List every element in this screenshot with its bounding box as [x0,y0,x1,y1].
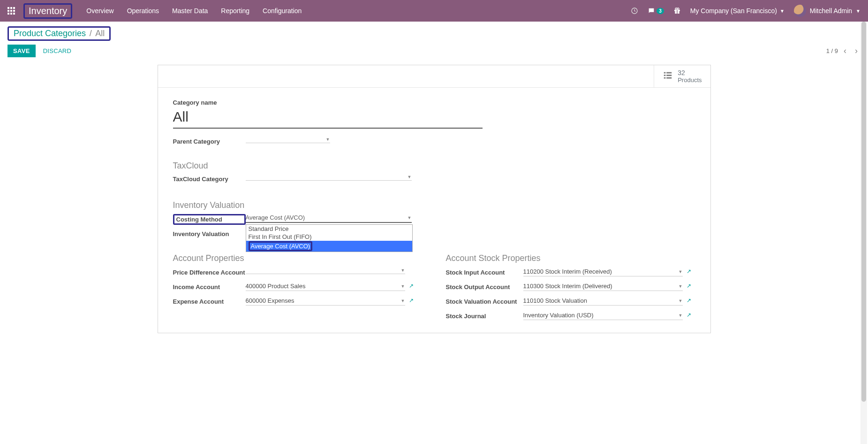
control-bar: Product Categories / All Save Discard 1 … [0,22,868,60]
taxcloud-category-select[interactable]: ▼ [246,175,412,181]
income-account-value: 400000 Product Sales [246,283,306,290]
price-diff-select[interactable]: ▼ [246,268,405,274]
pager-next-button[interactable]: › [852,45,860,57]
svg-rect-19 [664,77,666,79]
nav-operations[interactable]: Operations [127,7,159,15]
svg-rect-17 [664,75,666,76]
stock-journal-select[interactable]: Inventory Valuation (USD) ▼ [523,312,683,320]
caret-down-icon: ▼ [326,137,330,142]
stat-label: Products [678,77,702,84]
breadcrumb-sep: / [90,29,92,38]
parent-category-select[interactable]: ▼ [246,137,330,143]
caret-down-icon: ▼ [408,175,412,179]
chat-icon[interactable]: 3 [648,7,664,15]
nav-reporting[interactable]: Reporting [221,7,249,15]
costing-option-avco[interactable]: Average Cost (AVCO) [246,241,412,252]
account-properties-heading: Account Properties [173,253,423,263]
costing-option-fifo[interactable]: First In First Out (FIFO) [246,233,412,241]
nav-overview[interactable]: Overview [86,7,113,15]
svg-rect-15 [664,72,666,74]
income-account-label: Income Account [173,283,246,291]
breadcrumb-highlight: Product Categories / All [8,26,111,41]
svg-rect-0 [8,7,9,9]
discard-button[interactable]: Discard [38,45,77,57]
svg-rect-8 [13,13,15,15]
stock-valuation-select[interactable]: 110100 Stock Valuation ▼ [523,297,683,306]
pager: 1 / 9 ‹ › [826,45,860,57]
external-link-icon[interactable]: ↗ [687,268,691,275]
svg-rect-18 [666,75,672,76]
caret-down-icon: ▼ [856,8,860,14]
taxcloud-heading: TaxCloud [173,161,695,171]
pager-position[interactable]: 1 / 9 [826,47,838,54]
inventory-valuation-label: Inventory Valuation [173,230,246,237]
stat-count: 32 [678,69,702,77]
stat-products-button[interactable]: 32 Products [654,65,710,87]
svg-rect-1 [10,7,12,9]
caret-down-icon: ▼ [401,299,405,303]
top-navbar: Inventory Overview Operations Master Dat… [0,0,868,22]
nav-configuration[interactable]: Configuration [263,7,302,15]
stock-valuation-value: 110100 Stock Valuation [523,297,587,304]
external-link-icon[interactable]: ↗ [687,283,691,289]
parent-category-label: Parent Category [173,137,246,145]
costing-method-select[interactable]: Average Cost (AVCO) ▼ Standard Price Fir… [246,214,412,223]
form-sheet: 32 Products Category name Parent Categor… [158,65,711,333]
stock-journal-value: Inventory Valuation (USD) [523,312,594,319]
category-name-label: Category name [173,99,695,106]
caret-down-icon: ▼ [401,268,405,273]
external-link-icon[interactable]: ↗ [687,297,691,304]
account-properties-col: Account Properties Price Difference Acco… [173,253,423,322]
caret-down-icon: ▼ [408,215,412,220]
costing-option-standard[interactable]: Standard Price [246,225,412,233]
avatar [794,5,806,17]
vertical-scrollbar[interactable] [860,22,867,352]
breadcrumb-current: All [95,29,105,38]
nav-masterdata[interactable]: Master Data [172,7,208,15]
gift-icon[interactable] [673,7,681,15]
svg-rect-4 [10,10,12,12]
action-row: Save Discard 1 / 9 ‹ › [8,45,860,57]
costing-method-dropdown: Standard Price First In First Out (FIFO)… [246,224,413,252]
save-button[interactable]: Save [8,45,36,57]
breadcrumb-parent[interactable]: Product Categories [14,29,86,38]
svg-point-14 [677,8,679,10]
stock-output-label: Stock Output Account [446,283,523,291]
costing-method-value: Average Cost (AVCO) [246,214,305,221]
external-link-icon[interactable]: ↗ [687,312,691,318]
svg-rect-6 [8,13,9,15]
taxcloud-category-label: TaxCloud Category [173,175,246,183]
user-menu[interactable]: Mitchell Admin ▼ [794,5,860,17]
app-brand[interactable]: Inventory [29,6,67,16]
stock-output-select[interactable]: 110300 Stock Interim (Delivered) ▼ [523,283,683,291]
external-link-icon[interactable]: ↗ [409,297,414,304]
stock-output-value: 110300 Stock Interim (Delivered) [523,283,612,290]
external-link-icon[interactable]: ↗ [409,283,414,289]
company-switcher[interactable]: My Company (San Francisco) ▼ [690,7,785,15]
company-name: My Company (San Francisco) [690,7,777,15]
expense-account-label: Expense Account [173,297,246,305]
svg-rect-20 [666,77,672,79]
account-stock-properties-heading: Account Stock Properties [446,253,695,263]
inventory-valuation-heading: Inventory Valuation [173,200,695,210]
caret-down-icon: ▼ [780,8,785,14]
app-brand-highlight: Inventory [23,3,72,19]
caret-down-icon: ▼ [679,313,683,318]
chat-badge: 3 [657,8,664,14]
expense-account-select[interactable]: 600000 Expenses ▼ [246,297,405,306]
stock-input-select[interactable]: 110200 Stock Interim (Received) ▼ [523,268,683,276]
costing-option-avco-highlight: Average Cost (AVCO) [249,241,313,251]
svg-rect-5 [13,10,15,12]
pager-prev-button[interactable]: ‹ [841,45,849,57]
scrollbar-thumb[interactable] [861,22,866,352]
svg-rect-2 [13,7,15,9]
income-account-select[interactable]: 400000 Product Sales ▼ [246,283,405,291]
caret-down-icon: ▼ [679,284,683,289]
stock-input-value: 110200 Stock Interim (Received) [523,268,612,275]
svg-rect-7 [10,13,12,15]
apps-icon[interactable] [8,7,15,15]
category-name-input[interactable] [173,108,483,129]
caret-down-icon: ▼ [679,299,683,303]
expense-account-value: 600000 Expenses [246,297,294,304]
clock-icon[interactable] [631,7,638,15]
